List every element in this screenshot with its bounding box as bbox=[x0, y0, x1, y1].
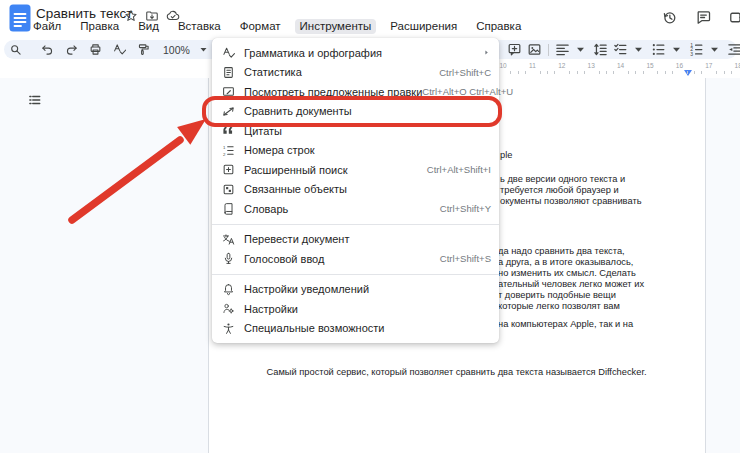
ruler-tick bbox=[577, 71, 578, 74]
ruler-tick bbox=[584, 71, 585, 74]
submenu-arrow-icon[interactable] bbox=[482, 48, 491, 57]
document-outline-icon[interactable] bbox=[27, 93, 42, 107]
bell-icon[interactable] bbox=[222, 283, 235, 296]
document-text-line: ательный человек легко может их bbox=[498, 279, 644, 290]
ruler-indent-marker[interactable] bbox=[684, 70, 692, 76]
align-left-icon[interactable] bbox=[555, 42, 570, 57]
document-text-line: которые легко позволят вам bbox=[498, 301, 620, 312]
menu-item-label: Настройки уведомлений bbox=[244, 283, 369, 295]
toolbar-separator bbox=[548, 44, 549, 56]
ruler-number: 15 bbox=[646, 62, 653, 69]
toolbar-right-group: 123 bbox=[487, 40, 740, 59]
menu-item-shortcut: Ctrl+Shift+Y bbox=[440, 203, 491, 214]
line-spacing-icon[interactable] bbox=[593, 42, 608, 57]
ruler-tick bbox=[701, 71, 702, 74]
document-text-line: но изменить их смысл. Сделать bbox=[498, 268, 636, 279]
menu-item-shortcut: Ctrl+Alt+Shift+I bbox=[427, 164, 491, 175]
menu-item-advanced-search[interactable]: Расширенный поискCtrl+Alt+Shift+I bbox=[212, 160, 499, 180]
ruler-tick bbox=[643, 71, 644, 74]
menu-item-label: Расширенный поиск bbox=[244, 164, 348, 176]
ruler-tick bbox=[554, 71, 555, 74]
meet-camera-icon[interactable] bbox=[729, 9, 740, 26]
ruler-tick bbox=[628, 71, 629, 74]
comments-icon[interactable] bbox=[695, 9, 712, 26]
bullet-list-icon[interactable] bbox=[651, 42, 666, 57]
ruler-tick bbox=[687, 71, 688, 74]
ruler-tick bbox=[724, 71, 725, 74]
dictionary-icon[interactable] bbox=[222, 202, 235, 215]
menubar-item-Правка[interactable]: Правка bbox=[75, 19, 124, 34]
paint-roller-icon[interactable] bbox=[137, 43, 150, 56]
ruler-tick bbox=[569, 71, 570, 74]
menu-item-voice-typing[interactable]: Голосовой вводCtrl+Shift+S bbox=[212, 249, 499, 269]
grammar-icon[interactable] bbox=[222, 46, 235, 59]
menu-item-label: Перевести документ bbox=[244, 233, 349, 245]
voice-typing-icon[interactable] bbox=[222, 252, 235, 265]
menubar-item-Файл[interactable]: Файл bbox=[28, 19, 66, 34]
spellcheck-icon[interactable] bbox=[113, 43, 126, 56]
zoom-select[interactable]: 100% bbox=[163, 44, 190, 56]
ruler-tick bbox=[510, 71, 511, 74]
document-text-line: ь две версии одного текста и bbox=[500, 174, 625, 185]
search-icon[interactable] bbox=[9, 43, 22, 56]
menu-item-linked-objects[interactable]: Связанные объекты bbox=[212, 180, 499, 200]
ruler-number: 18 bbox=[735, 62, 740, 69]
insert-image-icon[interactable] bbox=[527, 42, 542, 57]
menu-item-grammar[interactable]: Грамматика и орфография bbox=[212, 43, 499, 63]
titlebar: Сравнить текст ФайлПравкаВидВставкаФорма… bbox=[0, 0, 740, 36]
document-text-line: окументы позволяют сравнивать bbox=[500, 196, 642, 207]
ruler-tick bbox=[672, 71, 673, 74]
document-text-line: на компьютерах Apple, так и на bbox=[498, 319, 633, 330]
ruler-tick bbox=[540, 71, 541, 74]
document-text-line: т доверить подобные вещи bbox=[498, 290, 616, 301]
menubar-item-Формат[interactable]: Формат bbox=[235, 19, 286, 34]
ruler-tick bbox=[525, 71, 526, 74]
stats-icon[interactable] bbox=[222, 66, 235, 79]
google-docs-window: Сравнить текст ФайлПравкаВидВставкаФорма… bbox=[0, 0, 740, 453]
accessibility-icon[interactable] bbox=[222, 322, 235, 335]
menu-item-settings-person[interactable]: Настройки bbox=[212, 299, 499, 319]
version-history-icon[interactable] bbox=[661, 9, 678, 26]
translate-icon[interactable] bbox=[222, 233, 235, 246]
ruler-tick bbox=[731, 71, 732, 74]
undo-icon[interactable] bbox=[41, 43, 54, 56]
checklist-icon[interactable] bbox=[613, 42, 628, 57]
outdent-icon[interactable] bbox=[727, 42, 740, 57]
ruler-number: 14 bbox=[617, 62, 624, 69]
ruler-number: 13 bbox=[588, 62, 595, 69]
ruler-tick bbox=[599, 71, 600, 74]
ruler-number: 10 bbox=[499, 62, 506, 69]
menubar-item-Вид[interactable]: Вид bbox=[133, 19, 164, 34]
menu-item-translate[interactable]: Перевести документ bbox=[212, 230, 499, 250]
document-text-line: требуется любой браузер и bbox=[500, 185, 619, 196]
print-icon[interactable] bbox=[89, 43, 102, 56]
ruler-tick bbox=[665, 71, 666, 74]
linked-objects-icon[interactable] bbox=[222, 183, 235, 196]
menu-item-bell[interactable]: Настройки уведомлений bbox=[212, 280, 499, 300]
caret-icon bbox=[631, 42, 646, 57]
menu-item-label: Номера строк bbox=[244, 144, 315, 156]
settings-person-icon[interactable] bbox=[222, 302, 235, 315]
caret-icon bbox=[197, 43, 210, 56]
add-comment-icon[interactable] bbox=[507, 42, 522, 57]
menu-item-accessibility[interactable]: Специальные возможности bbox=[212, 319, 499, 339]
menu-item-shortcut: Ctrl+Shift+C bbox=[439, 67, 491, 78]
menubar-item-Инструменты[interactable]: Инструменты bbox=[295, 19, 377, 34]
ruler-number: 16 bbox=[676, 62, 683, 69]
redo-icon[interactable] bbox=[65, 43, 78, 56]
advanced-search-icon[interactable] bbox=[222, 163, 235, 176]
menubar-item-Расширения[interactable]: Расширения bbox=[385, 19, 462, 34]
menubar-item-Вставка[interactable]: Вставка bbox=[173, 19, 226, 34]
menu-item-label: Связанные объекты bbox=[244, 183, 347, 195]
menu-item-stats[interactable]: СтатистикаCtrl+Shift+C bbox=[212, 63, 499, 83]
document-text-line: да надо сравнить два текста, bbox=[498, 246, 625, 257]
numbered-list-icon[interactable]: 123 bbox=[689, 42, 704, 57]
ruler-tick bbox=[716, 71, 717, 74]
menu-item-dictionary[interactable]: СловарьCtrl+Shift+Y bbox=[212, 199, 499, 219]
menu-item-label: Настройки bbox=[244, 303, 298, 315]
ruler-tick bbox=[518, 71, 519, 74]
menubar-item-Справка[interactable]: Справка bbox=[471, 19, 526, 34]
menu-item-line-numbers[interactable]: 12Номера строк bbox=[212, 141, 499, 161]
ruler-tick bbox=[547, 71, 548, 74]
line-numbers-icon[interactable]: 12 bbox=[222, 144, 235, 157]
